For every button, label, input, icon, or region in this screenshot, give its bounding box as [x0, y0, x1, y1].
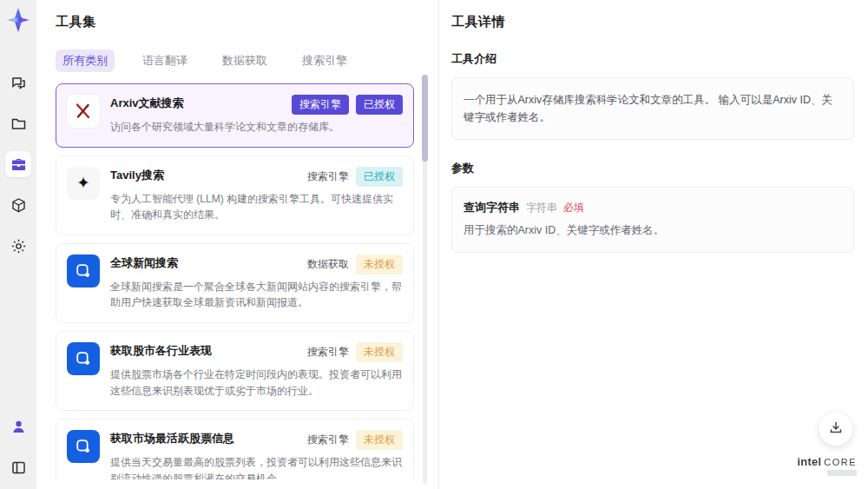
tab-language-translation[interactable]: 语言翻译 [135, 50, 194, 72]
tool-title: 获取市场最活跃股票信息 [110, 430, 234, 446]
tool-card-global-news[interactable]: 全球新闻搜索 数据获取 未授权 全球新闻搜索是一个聚合全球各大新闻网站内容的搜索… [56, 243, 414, 323]
tool-title: 获取股市各行业表现 [110, 342, 212, 359]
category-label: 搜索引擎 [307, 433, 349, 447]
status-badge: 已授权 [356, 167, 403, 187]
category-label: 搜索引擎 [307, 169, 349, 184]
scrollbar-track[interactable] [423, 75, 427, 484]
tool-description: 全球新闻搜索是一个聚合全球各大新闻网站内容的搜索引擎，帮助用户快速获取全球最新资… [110, 279, 403, 311]
params-heading: 参数 [451, 161, 854, 176]
tool-card-active-stocks[interactable]: 获取市场最活跃股票信息 搜索引擎 未授权 提供当天交易量最高的股票列表，投资者可… [56, 419, 414, 479]
tool-card-tavily[interactable]: ✦ Tavily搜索 搜索引擎 已授权 专为人工智能代理 (LLM) 构建的搜索… [56, 155, 414, 235]
tab-search-engine[interactable]: 搜索引擎 [295, 50, 354, 72]
chat-icon [10, 75, 27, 91]
category-label: 搜索引擎 [307, 345, 349, 360]
news-search-icon [67, 254, 100, 287]
tool-description: 提供股票市场各个行业在特定时间段内的表现。投资者可以利用这些信息来识别表现优于或… [110, 367, 403, 399]
tool-detail-panel: 工具详情 工具介绍 一个用于从Arxiv存储库搜索科学论文和文章的工具。 输入可… [439, 0, 868, 489]
tavily-star-icon: ✦ [67, 167, 100, 200]
sidebar-rail [0, 0, 36, 489]
briefcase-icon [10, 156, 27, 173]
tool-card-arxiv[interactable]: Arxiv文献搜索 搜索引擎 已授权 访问各个研究领域大量科学论文和文章的存储库… [56, 83, 414, 148]
detail-title: 工具详情 [451, 14, 854, 30]
sidebar-item-files[interactable] [5, 110, 31, 136]
page-title: 工具集 [56, 14, 414, 30]
tool-card-stock-sectors[interactable]: 获取股市各行业表现 搜索引擎 未授权 提供股票市场各个行业在特定时间段内的表现。… [56, 331, 414, 411]
sidebar-item-collapse[interactable] [5, 454, 31, 480]
avatar-icon [10, 419, 27, 435]
download-icon [829, 420, 843, 438]
tool-description: 访问各个研究领域大量科学论文和文章的存储库。 [110, 119, 403, 135]
brand-intel-text: intel [797, 455, 821, 468]
tool-title: Tavily搜索 [110, 167, 164, 183]
tool-description: 专为人工智能代理 (LLM) 构建的搜索引擎工具。可快速提供实时、准确和真实的结… [110, 191, 403, 223]
intel-core-logo: intel core [797, 455, 857, 476]
parameter-required-flag: 必填 [563, 201, 584, 215]
sidebar-item-account[interactable] [5, 413, 31, 439]
tool-title: 全球新闻搜索 [110, 254, 178, 271]
category-label: 数据获取 [307, 257, 349, 272]
folder-icon [10, 116, 27, 132]
sidebar-item-tools[interactable] [5, 151, 31, 177]
gear-icon [10, 238, 27, 254]
brand-core-text: core [824, 457, 857, 467]
parameter-name: 查询字符串 [464, 200, 520, 215]
tab-all-categories[interactable]: 所有类别 [56, 50, 115, 72]
tool-title: Arxiv文献搜索 [110, 95, 184, 111]
status-badge: 未授权 [356, 254, 403, 274]
tool-description: 提供当天交易量最高的股票列表，投资者可以利用这些信息来识别流动性强的股票和潜在的… [110, 454, 403, 479]
parameter-type: 字符串 [526, 201, 557, 215]
sidebar-item-models[interactable] [5, 192, 31, 218]
parameter-item: 查询字符串 字符串 必填 用于搜索的Arxiv ID、关键字或作者姓名。 [451, 187, 854, 253]
category-tabs: 所有类别 语言翻译 数据获取 搜索引擎 [56, 50, 414, 72]
category-badge: 搜索引擎 [292, 95, 349, 115]
status-badge: 未授权 [356, 430, 403, 450]
sidebar-item-settings[interactable] [5, 233, 31, 259]
tab-data-fetching[interactable]: 数据获取 [215, 50, 274, 72]
tool-intro-text: 一个用于从Arxiv存储库搜索科学论文和文章的工具。 输入可以是Arxiv ID… [451, 77, 854, 140]
status-badge: 未授权 [356, 342, 403, 362]
download-button[interactable] [819, 413, 852, 446]
brand-sub-mark [827, 470, 857, 476]
app-logo-icon [5, 7, 31, 33]
active-stocks-icon [67, 430, 100, 463]
cube-icon [10, 197, 27, 214]
app-window: 工具集 所有类别 语言翻译 数据获取 搜索引擎 Arxiv文献搜索 [0, 0, 868, 489]
status-badge: 已授权 [356, 95, 403, 115]
parameter-description: 用于搜索的Arxiv ID、关键字或作者姓名。 [464, 223, 842, 238]
arxiv-logo-icon [67, 95, 100, 128]
scrollbar-thumb[interactable] [422, 75, 428, 162]
sidebar-item-chat[interactable] [5, 69, 31, 96]
tool-list-panel: 工具集 所有类别 语言翻译 数据获取 搜索引擎 Arxiv文献搜索 [36, 0, 439, 489]
panel-collapse-icon [10, 459, 27, 476]
intro-heading: 工具介绍 [451, 51, 854, 67]
tool-card-list: Arxiv文献搜索 搜索引擎 已授权 访问各个研究领域大量科学论文和文章的存储库… [56, 83, 414, 479]
stock-sector-icon [67, 342, 100, 375]
